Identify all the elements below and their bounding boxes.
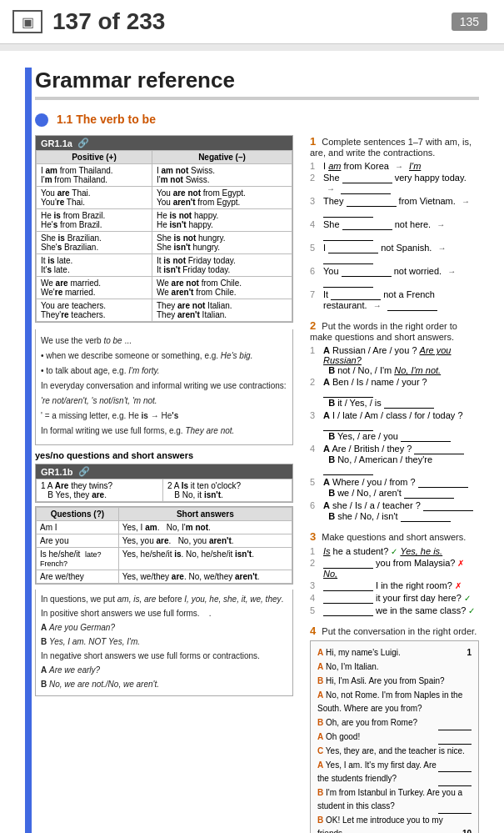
table-row: He is from Brazil.He's from Brazil. He i…	[37, 209, 292, 232]
ex1-item: 5 I not Spanish. →	[310, 243, 479, 264]
conv-line: B Hi, I'm Asli. Are you from Spain?	[317, 675, 472, 688]
short-answers-header: Short answers	[118, 508, 292, 521]
section-title: Grammar reference	[35, 68, 479, 93]
questions-table: Questions (?) Short answers Am I Yes, I …	[35, 506, 293, 585]
main-content: Grammar reference 1.1 The verb to be GR1…	[0, 51, 504, 833]
table-row: You are Thai.You're Thai. You are not fr…	[37, 187, 292, 209]
conv-line: C Yes, they are, and the teacher is nice…	[317, 745, 472, 758]
table-row: Is he/she/it late?French? Yes, he/she/it…	[37, 548, 292, 570]
page-counter: 137 of 233	[52, 8, 165, 35]
ex3-item: 5 we in the same class? ✓	[310, 605, 479, 616]
positive-header: Positive (+)	[37, 151, 152, 164]
table-row: Are you Yes, you are. No, you aren't.	[37, 534, 292, 548]
ex2-item: 6 A she / Is / a / teacher ? B she / No,…	[310, 500, 479, 522]
ex1-item: 1 I am from Korea → I'm	[310, 161, 479, 171]
book-icon: ▣	[12, 10, 42, 33]
grammar-box-1b-header: GR1.1b 🔗	[36, 464, 292, 479]
ex3-item: 1 Is he a student? ✓ Yes, he is.	[310, 546, 479, 556]
ex2-title: 2 Put the words in the right order to ma…	[310, 319, 479, 342]
grammar-examples-table: 1 A Are they twins? B Yes, they are. 2 A…	[36, 479, 292, 502]
ex3-item: 3 I in the right room? ✗	[310, 580, 479, 591]
section-title-bar	[35, 97, 479, 100]
ex2-item: 1 A Russian / Are / you ? Are you Russia…	[310, 345, 479, 375]
table-row: I am from Thailand.I'm from Thailand. I …	[37, 164, 292, 187]
ex4-title: 4 Put the conversation in the right orde…	[310, 625, 479, 637]
table-row: Are we/they Yes, we/they are. No, we/the…	[37, 570, 292, 584]
ex2-item: 2 A Ben / Is / name / your ? B it / Yes,…	[310, 377, 479, 409]
ex1-item: 3 They from Vietnam. →	[310, 196, 479, 218]
grammar-table: Positive (+) Negative (–) I am from Thai…	[36, 150, 292, 322]
yesno-heading: yes/no questions and short answers	[35, 450, 293, 460]
ex2-item: 3 A I / late / Am / class / for / today …	[310, 410, 479, 442]
top-bar: ▣ 137 of 233 135	[0, 0, 504, 44]
exercise-4: 4 Put the conversation in the right orde…	[310, 625, 479, 833]
conv-line: A No, I'm Italian.	[317, 660, 472, 674]
exercise-2: 2 Put the words in the right order to ma…	[310, 319, 479, 522]
grammar-notes2: In questions, we put am, is, are before …	[35, 590, 293, 696]
conv-line: B Oh, are you from Rome?	[317, 716, 472, 730]
table-row: Am I Yes, I am. No, I'm not.	[37, 521, 292, 534]
blue-accent-bar	[25, 68, 32, 833]
ex1-item: 4 She not here. →	[310, 219, 479, 241]
grammar-left: GR1.1a 🔗 Positive (+) Negative (–) I am …	[35, 135, 293, 833]
conv-line: A Hi, my name's Luigi. 1	[317, 646, 472, 660]
grammar-box-1a: GR1.1a 🔗 Positive (+) Negative (–) I am …	[35, 135, 293, 323]
ex1-title: 1 Complete sentences 1–7 with am, is, ar…	[310, 135, 479, 158]
grammar-notes: We use the verb to be ... • when we desc…	[35, 329, 293, 445]
table-row: It is late.It's late. It is not Friday t…	[37, 254, 292, 277]
exercise-1: 1 Complete sentences 1–7 with am, is, ar…	[310, 135, 479, 311]
conv-line: A Oh good!	[317, 730, 472, 744]
q-header: Questions (?)	[37, 508, 119, 521]
conv-line: A No, not Rome. I'm from Naples in the S…	[317, 689, 472, 715]
ex3-title: 3 Make questions and short answers.	[310, 530, 479, 543]
grammar-layout: GR1.1a 🔗 Positive (+) Negative (–) I am …	[35, 135, 479, 833]
ex3-item: 2 you from Malaysia? ✗ No,	[310, 558, 479, 579]
exercise-3: 3 Make questions and short answers. 1 Is…	[310, 530, 479, 616]
table-row: You are teachers.They're teachers. They …	[37, 299, 292, 322]
ex2-item: 5 A Where / you / from ? B we / No, / ar…	[310, 477, 479, 499]
negative-header: Negative (–)	[152, 151, 292, 164]
grammar-right: 1 Complete sentences 1–7 with am, is, ar…	[310, 135, 479, 833]
blue-circle-icon	[35, 113, 48, 127]
ex2-item: 4 A Are / British / they ? B No, / Ameri…	[310, 444, 479, 475]
ex1-item: 6 You not worried. →	[310, 266, 479, 288]
table-row: She is Brazilian.She's Brazilian. She is…	[37, 232, 292, 254]
ex1-item: 2 She very happy today. →	[310, 173, 479, 194]
ex3-item: 4 it your first day here? ✓	[310, 593, 479, 604]
table-row: 1 A Are they twins? B Yes, they are. 2 A…	[37, 479, 292, 502]
grammar-box-1b: GR1.1b 🔗 1 A Are they twins? B Yes, they…	[35, 464, 293, 503]
table-row: We are married.We're married. We are not…	[37, 277, 292, 299]
subsection-1-1-heading: 1.1 The verb to be	[35, 113, 479, 127]
page-badge: 135	[452, 13, 487, 31]
ex1-item: 7 It not a French restaurant. →	[310, 289, 479, 311]
grammar-box-header: GR1.1a 🔗	[36, 136, 292, 150]
conversation-box: A Hi, my name's Luigi. 1 A No, I'm Itali…	[310, 640, 479, 833]
conv-line: B OK! Let me introduce you to my friends…	[317, 814, 472, 833]
conv-line: B I'm from Istanbul in Turkey. Are you a…	[317, 786, 472, 813]
